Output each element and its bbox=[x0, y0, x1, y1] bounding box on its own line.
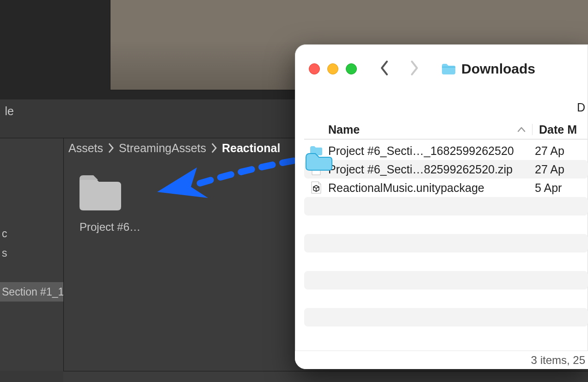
svg-rect-2 bbox=[315, 166, 317, 168]
file-row[interactable]: Project #6_Secti…82599262520.zip 27 Ap bbox=[304, 160, 588, 179]
finder-title: Downloads bbox=[441, 61, 535, 77]
tree-item-selected[interactable]: Section #1_1 bbox=[0, 282, 63, 302]
tree-item[interactable]: c bbox=[0, 224, 63, 243]
file-row-empty bbox=[304, 197, 588, 216]
column-header-label: Name bbox=[328, 123, 360, 136]
folder-icon bbox=[78, 174, 142, 212]
tree-item[interactable]: s bbox=[0, 243, 63, 263]
column-separator[interactable] bbox=[532, 124, 533, 135]
tree-item[interactable] bbox=[0, 263, 63, 282]
file-date: 27 Ap bbox=[514, 163, 588, 176]
file-row-empty bbox=[304, 327, 588, 345]
minimize-window-button[interactable] bbox=[327, 63, 338, 74]
svg-rect-3 bbox=[315, 169, 317, 170]
file-date: 5 Apr bbox=[514, 181, 588, 195]
finder-window[interactable]: Downloads D Name Date M Project #6_Secti… bbox=[295, 44, 588, 369]
unity-console-tab-fragment[interactable]: le bbox=[0, 102, 14, 120]
finder-subtoolbar-fragment: D bbox=[577, 98, 588, 117]
header-divider bbox=[304, 139, 588, 140]
tree-item-label: Section #1_1 bbox=[2, 286, 63, 298]
svg-rect-0 bbox=[442, 67, 455, 68]
svg-rect-1 bbox=[315, 164, 317, 166]
finder-column-headers: Name Date M bbox=[304, 120, 588, 139]
asset-folder-label: Project #6… bbox=[78, 221, 142, 234]
subtoolbar-label: D bbox=[577, 101, 585, 114]
file-row-empty bbox=[304, 290, 588, 308]
unity-project-tree[interactable]: c s Section #1_1 bbox=[0, 138, 63, 371]
file-row-empty bbox=[304, 308, 588, 327]
folder-icon bbox=[441, 63, 456, 75]
column-header-label: Date M bbox=[539, 123, 577, 136]
sort-indicator-icon[interactable] bbox=[514, 127, 528, 132]
finder-nav-buttons bbox=[380, 60, 419, 78]
column-header-date[interactable]: Date M bbox=[536, 123, 588, 136]
project-tree-items: c s Section #1_1 bbox=[0, 224, 63, 302]
file-row-empty bbox=[304, 253, 588, 271]
breadcrumb-segment[interactable]: Assets bbox=[68, 142, 103, 155]
finder-status-bar: 3 items, 25 bbox=[295, 351, 588, 369]
window-traffic-lights bbox=[309, 63, 357, 74]
finder-toolbar: Downloads bbox=[295, 44, 588, 93]
close-window-button[interactable] bbox=[309, 63, 320, 74]
console-tab-label: le bbox=[5, 105, 14, 118]
status-text: 3 items, 25 bbox=[531, 354, 585, 367]
folder-icon bbox=[304, 146, 328, 156]
tree-item-label: c bbox=[2, 228, 7, 240]
finder-title-text: Downloads bbox=[461, 61, 535, 77]
zip-file-icon bbox=[304, 163, 328, 176]
file-row[interactable]: Project #6_Secti…_1682599262520 27 Ap bbox=[304, 142, 588, 160]
file-row-empty bbox=[304, 216, 588, 234]
unity-project-footer bbox=[63, 371, 588, 382]
file-name: Project #6_Secti…82599262520.zip bbox=[328, 163, 514, 176]
breadcrumb-segment[interactable]: StreamingAssets bbox=[119, 142, 206, 155]
breadcrumb-segment-current[interactable]: Reactional bbox=[222, 142, 280, 155]
file-name: ReactionalMusic.unitypackage bbox=[328, 181, 514, 195]
file-row-empty bbox=[304, 271, 588, 290]
file-date: 27 Ap bbox=[514, 144, 588, 158]
tree-item-label: s bbox=[2, 247, 7, 259]
chevron-right-icon bbox=[211, 143, 217, 153]
chevron-right-icon bbox=[108, 143, 114, 153]
forward-button[interactable] bbox=[410, 60, 419, 78]
unitypackage-file-icon bbox=[304, 181, 328, 194]
column-header-name[interactable]: Name bbox=[304, 123, 514, 136]
asset-folder-item[interactable]: Project #6… bbox=[78, 174, 142, 234]
finder-file-list[interactable]: Project #6_Secti…_1682599262520 27 Ap Pr… bbox=[304, 142, 588, 346]
file-row-empty bbox=[304, 234, 588, 253]
fullscreen-window-button[interactable] bbox=[346, 63, 357, 74]
file-row[interactable]: ReactionalMusic.unitypackage 5 Apr bbox=[304, 179, 588, 197]
back-button[interactable] bbox=[380, 60, 389, 78]
file-name: Project #6_Secti…_1682599262520 bbox=[328, 144, 514, 158]
